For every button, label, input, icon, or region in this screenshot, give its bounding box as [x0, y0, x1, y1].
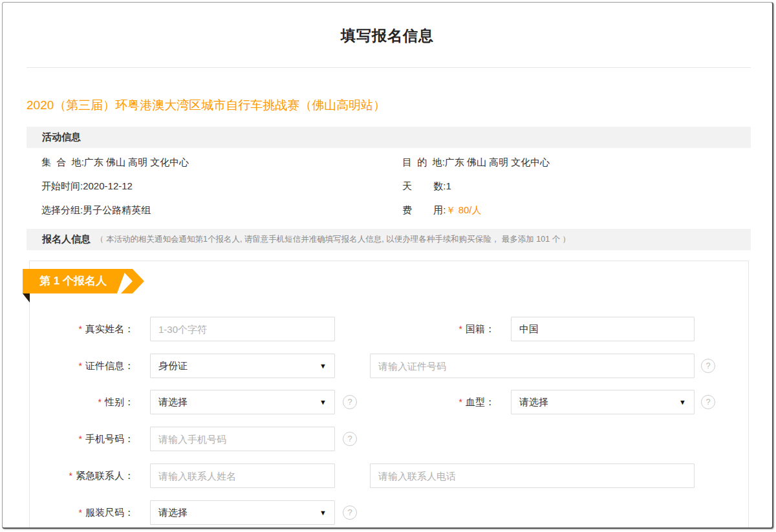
required-asterisk: *	[69, 471, 72, 481]
fee-field: 费 用:￥ 80/人	[402, 204, 482, 217]
chevron-down-icon: ▼	[679, 399, 686, 406]
emergency-contact-label: *紧急联系人：	[30, 463, 134, 488]
chevron-down-icon: ▼	[319, 399, 327, 406]
blood-type-label: *血型：	[365, 390, 495, 414]
group-value: 男子公路精英组	[83, 204, 151, 215]
clothing-size-help-icon[interactable]: ?	[343, 505, 357, 520]
gender-label-text: 性别：	[105, 396, 134, 407]
required-asterisk: *	[79, 361, 82, 371]
id-number-help-icon[interactable]: ?	[701, 359, 715, 373]
clothing-size-select[interactable]: 请选择 ▼	[150, 500, 335, 525]
mobile-label-text: 手机号码：	[85, 433, 134, 444]
destination-field: 目 的 地:广东 佛山 高明 文化中心	[402, 156, 550, 169]
nationality-input[interactable]	[511, 317, 695, 341]
meeting-place-value: 广东 佛山 高明 文化中心	[84, 156, 189, 167]
clothing-size-label-text: 服装尺码：	[85, 507, 134, 518]
real-name-input[interactable]	[150, 317, 335, 341]
chevron-down-icon: ▼	[319, 363, 327, 370]
form-row-name-nationality: *真实姓名： *国籍：	[30, 317, 748, 341]
clothing-size-label: *服装尺码：	[30, 500, 134, 525]
id-number-input[interactable]	[370, 354, 695, 378]
registrant-1-ribbon-label: 第 1 个报名人	[23, 269, 126, 293]
gender-select[interactable]: 请选择 ▼	[150, 390, 335, 414]
title-divider	[27, 67, 751, 68]
destination-value: 广东 佛山 高明 文化中心	[445, 156, 550, 167]
meeting-place-label: 集 合 地:	[41, 156, 84, 167]
form-row-clothing-size: *服装尺码： 请选择 ▼ ?	[30, 500, 748, 525]
blood-type-select[interactable]: 请选择 ▼	[511, 390, 695, 414]
form-row-emergency: *紧急联系人：	[30, 463, 748, 488]
page-title: 填写报名信息	[3, 26, 772, 46]
required-asterisk: *	[98, 397, 102, 407]
chevron-down-icon: ▼	[319, 509, 327, 516]
registrants-info-title: 报名人信息	[42, 233, 91, 246]
mobile-input[interactable]	[150, 427, 335, 451]
start-date-field: 开始时间:2020-12-12	[41, 180, 133, 193]
group-label: 选择分组:	[41, 204, 83, 215]
ribbon-fold-icon	[23, 293, 30, 303]
id-type-label: *证件信息：	[30, 354, 134, 378]
required-asterisk: *	[79, 324, 82, 334]
destination-label: 目 的 地:	[402, 156, 445, 167]
required-asterisk: *	[459, 324, 462, 334]
event-title: 2020（第三届）环粤港澳大湾区城市自行车挑战赛（佛山高明站）	[27, 97, 385, 114]
days-label: 天 数:	[402, 180, 446, 191]
required-asterisk: *	[459, 397, 462, 407]
form-row-mobile: *手机号码： ?	[30, 427, 748, 451]
registrants-info-bar: 报名人信息 （ 本活动的相关通知会通知第1个报名人, 请留意手机短信并准确填写报…	[27, 229, 751, 250]
mobile-help-icon[interactable]: ?	[343, 432, 357, 446]
id-type-select[interactable]: 身份证 ▼	[150, 354, 335, 378]
id-type-select-value: 身份证	[158, 360, 188, 372]
required-asterisk: *	[79, 434, 82, 444]
required-asterisk: *	[79, 507, 82, 518]
registrants-info-note: （ 本活动的相关通知会通知第1个报名人, 请留意手机短信并准确填写报名人信息, …	[96, 234, 570, 245]
gender-select-value: 请选择	[158, 396, 188, 409]
activity-info-title: 活动信息	[42, 131, 81, 144]
registration-page: 填写报名信息 2020（第三届）环粤港澳大湾区城市自行车挑战赛（佛山高明站） 活…	[2, 2, 773, 529]
id-type-label-text: 证件信息：	[85, 360, 134, 371]
form-row-gender-blood: *性别： 请选择 ▼ ? *血型： 请选择 ▼ ?	[30, 390, 748, 414]
emergency-name-input[interactable]	[150, 463, 335, 488]
mobile-label: *手机号码：	[30, 427, 134, 451]
gender-label: *性别：	[30, 390, 134, 414]
meeting-place-field: 集 合 地:广东 佛山 高明 文化中心	[41, 156, 189, 169]
group-field: 选择分组:男子公路精英组	[41, 204, 151, 217]
form-row-id: *证件信息： 身份证 ▼ ?	[30, 354, 748, 378]
registrant-1-panel: 第 1 个报名人 *真实姓名： *国籍： *证件信息： 身份证 ▼ ? *性别：…	[29, 261, 749, 529]
blood-type-select-value: 请选择	[519, 396, 548, 409]
start-date-value: 2020-12-12	[83, 180, 133, 191]
real-name-label: *真实姓名：	[30, 317, 134, 341]
activity-info-bar: 活动信息	[27, 127, 751, 148]
emergency-contact-label-text: 紧急联系人：	[76, 470, 134, 481]
fee-label: 费 用:	[402, 204, 446, 215]
days-value: 1	[446, 180, 451, 191]
blood-type-label-text: 血型：	[466, 396, 495, 407]
gender-help-icon[interactable]: ?	[343, 395, 357, 409]
days-field: 天 数:1	[402, 180, 451, 193]
real-name-label-text: 真实姓名：	[85, 323, 134, 334]
nationality-label: *国籍：	[365, 317, 495, 341]
clothing-size-select-value: 请选择	[158, 507, 188, 519]
registrant-1-ribbon: 第 1 个报名人	[23, 269, 144, 293]
emergency-phone-input[interactable]	[370, 463, 695, 488]
fee-value: ￥ 80/人	[446, 204, 482, 215]
nationality-label-text: 国籍：	[466, 323, 495, 334]
start-date-label: 开始时间:	[41, 180, 83, 191]
blood-type-help-icon[interactable]: ?	[701, 395, 715, 409]
